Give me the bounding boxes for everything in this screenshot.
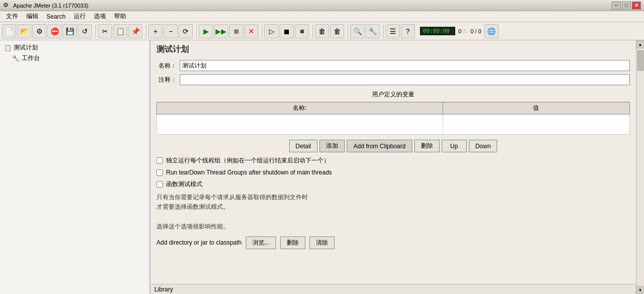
toolbar: 📄 📂 ⚙ ⛔ 💾 ↺ ✂ 📋 📌 + − ⟳ ▶ ▶▶ ⏹ ✕ ▷ ◼ ◾ 🗑… (0, 22, 644, 40)
expand-button[interactable]: + (148, 24, 163, 38)
comment-row: 注释： (156, 74, 630, 85)
checkbox-teardown[interactable] (156, 169, 163, 176)
save-template-button[interactable]: ⚙ (32, 24, 46, 38)
classpath-label: Add directory or jar to classpath (156, 239, 242, 246)
toolbar-sep-4 (260, 24, 262, 38)
classpath-row: Add directory or jar to classpath 浏览... … (156, 237, 630, 249)
library-label: Library (154, 286, 173, 293)
scroll-down-arrow[interactable]: ▼ (636, 286, 645, 294)
stop-button[interactable]: ⏹ (229, 24, 243, 38)
name-label: 名称： (156, 62, 177, 70)
menu-file[interactable]: 文件 (2, 11, 22, 22)
toolbar-sep-2 (144, 24, 146, 38)
clear-all-button[interactable]: 🗑 (330, 24, 344, 38)
right-panel: 测试计划 名称： 注释： 用户定义的变量 名称: 值 (150, 40, 644, 294)
timer-display: 00:00:00 (420, 27, 455, 35)
menu-run[interactable]: 运行 (70, 11, 90, 22)
search-button[interactable]: 🔍 (350, 24, 364, 38)
window-title: Apache JMeter (3.1 r1770033) (13, 3, 612, 9)
classpath-delete-button[interactable]: 删除 (280, 237, 305, 249)
variables-table: 名称: 值 (156, 102, 630, 135)
menu-edit[interactable]: 编辑 (22, 11, 42, 22)
toolbar-sep-5 (311, 24, 313, 38)
globe-button[interactable]: 🌐 (485, 24, 499, 38)
down-button[interactable]: Down (469, 140, 498, 152)
add-button[interactable]: 添加 (319, 140, 345, 152)
detail-button[interactable]: Detail (289, 140, 318, 152)
scrollbar[interactable]: ▲ ▼ (636, 40, 644, 294)
copy-button[interactable]: 📋 (113, 24, 127, 38)
name-row: 名称： (156, 60, 630, 71)
checkbox-functional-mode-label: 函数测试模式 (166, 180, 202, 189)
shutdown-button[interactable]: ✕ (244, 24, 258, 38)
tools-button[interactable]: 🔧 (365, 24, 380, 38)
checkbox-functional-mode[interactable] (156, 181, 163, 188)
toolbar-sep-6 (346, 24, 348, 38)
browse-button[interactable]: 浏览... (246, 237, 276, 249)
maximize-button[interactable]: □ (622, 2, 631, 10)
run-button[interactable]: ▶ (199, 24, 213, 38)
tree-item-test-plan-icon: 📋 (4, 44, 12, 51)
save-button[interactable]: 💾 (63, 24, 77, 38)
cut-button[interactable]: ✂ (98, 24, 112, 38)
clear-button[interactable]: 🗑 (315, 24, 329, 38)
tree-item-test-plan[interactable]: 📋 测试计划 (2, 42, 147, 53)
reset-button[interactable]: ↺ (78, 24, 92, 38)
stop-all-button[interactable]: ⛔ (47, 24, 62, 38)
checkbox-row-3: 函数测试模式 (156, 180, 630, 189)
help-button[interactable]: ? (401, 24, 415, 38)
menu-search[interactable]: Search (42, 12, 70, 21)
warning-count: 0 (458, 28, 461, 34)
new-button[interactable]: 📄 (2, 24, 16, 38)
tree-item-workbench[interactable]: 🔧 工作台 (2, 53, 147, 64)
scroll-up-arrow[interactable]: ▲ (636, 40, 645, 48)
table-cell-empty-value (443, 114, 630, 135)
toggle-button[interactable]: ⟳ (179, 24, 193, 38)
col-value: 值 (443, 102, 630, 114)
main-layout: 📋 测试计划 🔧 工作台 测试计划 名称： 注释： 用户定义的变量 (0, 40, 644, 294)
open-button[interactable]: 📂 (17, 24, 31, 38)
delete-button[interactable]: 删除 (414, 140, 440, 152)
comment-input[interactable] (180, 74, 630, 85)
variables-header: 用户定义的变量 (156, 90, 630, 99)
remote-stop-all-button[interactable]: ◾ (295, 24, 309, 38)
error-count: 0 / 0 (470, 28, 481, 34)
classpath-clear-button[interactable]: 清除 (309, 237, 335, 249)
table-cell-empty-name (157, 114, 443, 135)
menu-help[interactable]: 帮助 (110, 11, 130, 22)
window-controls: ─ □ ✕ (612, 2, 641, 10)
minimize-button[interactable]: ─ (612, 2, 621, 10)
left-panel: 📋 测试计划 🔧 工作台 (0, 40, 150, 294)
desc-line-1: 只有当你需要记录每个请求从服务器取得的数据到文件时 (156, 194, 308, 201)
paste-button[interactable]: 📌 (128, 24, 142, 38)
list-button[interactable]: ☰ (386, 24, 400, 38)
checkbox-independent-threads[interactable] (156, 157, 163, 164)
warning-display: 0 ⚠ (458, 28, 467, 34)
scroll-thumb[interactable] (637, 50, 643, 71)
library-row: Library (150, 284, 636, 294)
toolbar-sep-7 (382, 24, 384, 38)
comment-label: 注释： (156, 76, 177, 84)
scroll-track (637, 48, 644, 286)
checkbox-independent-threads-label: 独立运行每个线程组（例如在一个组运行结束后启动下一个） (166, 156, 330, 165)
table-row-empty (157, 114, 630, 135)
tree-item-workbench-icon: 🔧 (12, 55, 20, 62)
tree-item-workbench-label: 工作台 (22, 54, 40, 63)
add-from-clipboard-button[interactable]: Add from Clipboard (347, 140, 412, 152)
variables-buttons: Detail 添加 Add from Clipboard 删除 Up Down (156, 140, 630, 152)
checkbox-row-2: Run tearDown Thread Groups after shutdow… (156, 169, 630, 176)
panel-title: 测试计划 (156, 44, 630, 55)
remote-stop-button[interactable]: ◼ (280, 24, 294, 38)
desc-line-2: 才需要选择函数测试模式。 (156, 203, 229, 210)
warning-icon: ⚠ (462, 28, 467, 34)
name-input[interactable] (180, 60, 630, 71)
col-name: 名称: (157, 102, 443, 114)
menu-options[interactable]: 选项 (90, 11, 110, 22)
collapse-button[interactable]: − (164, 24, 178, 38)
content-area: 测试计划 名称： 注释： 用户定义的变量 名称: 值 (150, 40, 636, 258)
tree-item-test-plan-label: 测试计划 (14, 43, 38, 52)
up-button[interactable]: Up (442, 140, 467, 152)
run-no-pause-button[interactable]: ▶▶ (214, 24, 228, 38)
remote-start-button[interactable]: ▷ (264, 24, 279, 38)
close-button[interactable]: ✕ (632, 2, 641, 10)
